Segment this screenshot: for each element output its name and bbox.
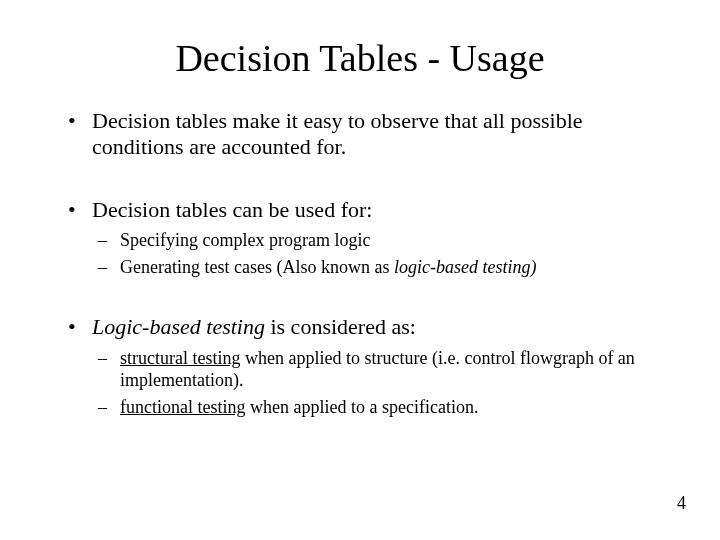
bullet-text: Decision tables make it easy to observe … — [92, 108, 583, 159]
underlined-text: structural testing — [120, 348, 240, 368]
sub-bullet-text: when applied to a specification. — [245, 397, 478, 417]
slide-title: Decision Tables - Usage — [64, 36, 656, 80]
sub-bullet-text: Generating test cases (Also known as — [120, 257, 394, 277]
bullet-item: Decision tables can be used for: Specify… — [64, 197, 656, 278]
bullet-text: Decision tables can be used for: — [92, 197, 372, 222]
spacer — [64, 288, 656, 314]
slide: Decision Tables - Usage Decision tables … — [0, 0, 720, 540]
sub-bullet-item: Specifying complex program logic — [92, 229, 656, 252]
page-number: 4 — [677, 493, 686, 514]
bullet-item: Decision tables make it easy to observe … — [64, 108, 656, 161]
bullet-text: is considered as: — [265, 314, 416, 339]
spacer — [64, 171, 656, 197]
sub-bullet-list: Specifying complex program logic Generat… — [92, 229, 656, 278]
bullet-item: Logic-based testing is considered as: st… — [64, 314, 656, 418]
sub-bullet-list: structural testing when applied to struc… — [92, 347, 656, 419]
sub-bullet-text: Specifying complex program logic — [120, 230, 370, 250]
bullet-list: Decision tables make it easy to observe … — [64, 108, 656, 418]
sub-bullet-item: structural testing when applied to struc… — [92, 347, 656, 392]
italic-text: Logic-based testing — [92, 314, 265, 339]
italic-text: logic-based testing) — [394, 257, 536, 277]
sub-bullet-item: functional testing when applied to a spe… — [92, 396, 656, 419]
underlined-text: functional testing — [120, 397, 245, 417]
sub-bullet-item: Generating test cases (Also known as log… — [92, 256, 656, 279]
